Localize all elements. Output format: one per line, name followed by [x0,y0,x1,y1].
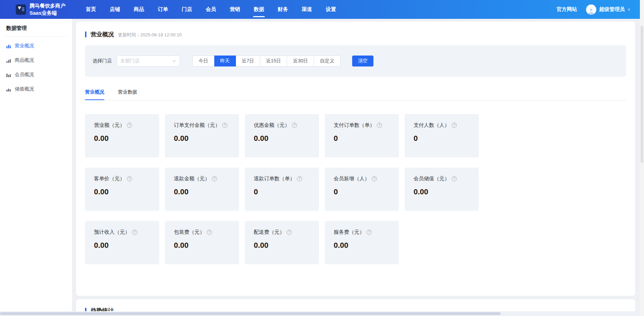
stat-value: 0 [254,187,310,196]
horizontal-scrollbar[interactable] [0,311,640,316]
stat-value: 0 [414,134,470,143]
nav-item-settings[interactable]: 设置 [319,0,343,19]
help-icon[interactable]: ? [367,230,372,235]
sidebar-item-stored-value-overview[interactable]: 储值概况 [0,82,72,96]
stat-cards: 营业额（元）? 0.00 订单支付金额（元）? 0.00 优惠金额（元）? 0.… [85,114,479,264]
nav-item-marketing[interactable]: 营销 [223,0,247,19]
filter-bar: 选择门店 全部门店 今日 昨天 近7日 近15日 近30日 自定义 清空 [85,45,626,77]
stat-card-delivery-fee: 配送费（元）? 0.00 [245,221,319,264]
bar-chart-icon [6,72,11,77]
sidebar-divider [4,36,68,37]
top-navbar: 腾马餐饮多商户Saas业务端 首页 店铺 商品 订单 门店 会员 营销 数据 财… [0,0,640,19]
stat-card-paying-users: 支付人数（人）? 0 [405,114,479,157]
bar-chart-icon [6,44,11,49]
brand-title: 腾马餐饮多商户Saas业务端 [29,2,73,16]
nav-item-home[interactable]: 首页 [79,0,103,19]
user-icon [587,7,595,15]
range-button-today[interactable]: 今日 [192,56,214,66]
section-accent-bar [85,32,86,37]
official-site-link[interactable]: 官方网站 [557,6,577,13]
user-name: 超级管理员 [599,6,625,13]
stat-value: 0.00 [94,241,150,250]
stat-value: 0.00 [254,241,310,250]
stat-card-paid-orders: 支付订单数（单）? 0 [325,114,399,157]
range-button-custom[interactable]: 自定义 [314,56,341,66]
help-icon[interactable]: ? [452,176,457,181]
stat-value: 0.00 [174,187,230,196]
range-button-30days[interactable]: 近30日 [287,56,314,66]
sidebar: 数据管理 营业概况 商品概况 会员概况 储值概况 [0,19,72,316]
overview-tabs: 营业概况 营业数据 [85,86,626,100]
help-icon[interactable]: ? [127,176,132,181]
help-icon[interactable]: ? [222,123,227,128]
nav-item-stores[interactable]: 门店 [175,0,199,19]
nav-item-channels[interactable]: 渠道 [295,0,319,19]
brand: 腾马餐饮多商户Saas业务端 [0,2,79,16]
range-button-7days[interactable]: 近7日 [236,56,260,66]
avatar [586,4,596,15]
help-icon[interactable]: ? [292,123,297,128]
app-logo [16,4,26,15]
help-icon[interactable]: ? [452,123,457,128]
stat-card-order-paid-amount: 订单支付金额（元）? 0.00 [165,114,239,157]
stat-value: 0.00 [94,134,150,143]
stat-card-expected-income: 预计收入（元）? 0.00 [85,221,159,264]
stat-card-new-members: 会员新增（人）? 0 [325,168,399,211]
main-nav: 首页 店铺 商品 订单 门店 会员 营销 数据 财务 渠道 设置 [79,0,343,19]
help-icon[interactable]: ? [127,123,132,128]
help-icon[interactable]: ? [212,176,217,181]
vertical-scrollbar-thumb[interactable] [641,26,643,163]
chevron-down-icon: ∨ [628,7,630,12]
help-icon[interactable]: ? [372,176,377,181]
help-icon[interactable]: ? [132,230,137,235]
user-menu[interactable]: 超级管理员 ∨ [586,4,630,15]
help-icon[interactable]: ? [207,230,212,235]
sidebar-title: 数据管理 [0,25,72,36]
stat-card-packaging-fee: 包装费（元）? 0.00 [165,221,239,264]
stat-value: 0.00 [254,134,310,143]
sidebar-item-goods-overview[interactable]: 商品概况 [0,53,72,68]
stat-value: 0 [334,187,390,196]
help-icon[interactable]: ? [377,123,382,128]
updated-time: 更新时间：2025-06-18 12:00:10 [118,32,182,38]
stat-value: 0.00 [414,187,470,196]
stat-value: 0.00 [174,134,230,143]
nav-item-finance[interactable]: 财务 [271,0,295,19]
section-title: 营业概况 [91,31,114,38]
nav-item-goods[interactable]: 商品 [127,0,151,19]
nav-item-members[interactable]: 会员 [199,0,223,19]
sidebar-item-member-overview[interactable]: 会员概况 [0,68,72,82]
navbar-right: 官方网站 超级管理员 ∨ [557,4,640,15]
range-button-yesterday[interactable]: 昨天 [214,56,236,66]
nav-item-shop[interactable]: 店铺 [103,0,127,19]
date-range-group: 今日 昨天 近7日 近15日 近30日 自定义 [192,56,341,66]
bar-chart-icon [6,87,11,92]
stat-card-discount-amount: 优惠金额（元）? 0.00 [245,114,319,157]
store-select[interactable]: 全部门店 [117,56,180,66]
clear-button[interactable]: 清空 [352,56,373,66]
stat-card-revenue: 营业额（元）? 0.00 [85,114,159,157]
stat-card-avg-order-value: 客单价（元）? 0.00 [85,168,159,211]
nav-item-data[interactable]: 数据 [247,0,271,19]
store-select-label: 选择门店 [93,58,112,64]
help-icon[interactable]: ? [287,230,292,235]
business-overview-panel: 营业概况 更新时间：2025-06-18 12:00:10 选择门店 全部门店 … [76,22,635,296]
tab-business-overview[interactable]: 营业概况 [85,86,104,100]
stat-value: 0.00 [94,187,150,196]
help-icon[interactable]: ? [297,176,302,181]
sidebar-item-business-overview[interactable]: 营业概况 [0,39,72,53]
stat-card-member-stored-value: 会员储值（元）? 0.00 [405,168,479,211]
range-button-15days[interactable]: 近15日 [260,56,287,66]
store-select-placeholder: 全部门店 [120,58,140,64]
stat-value: 0.00 [174,241,230,250]
horizontal-scrollbar-thumb[interactable] [0,312,501,315]
stat-card-refund-amount: 退款金额（元）? 0.00 [165,168,239,211]
tab-business-data[interactable]: 营业数据 [118,86,137,100]
stat-value: 0 [334,134,390,143]
stat-card-refund-orders: 退款订单数（单）? 0 [245,168,319,211]
stat-card-service-fee: 服务费（元）? 0.00 [325,221,399,264]
chevron-down-icon [172,59,176,63]
bar-chart-icon [6,58,11,63]
vertical-scrollbar[interactable] [640,0,644,316]
nav-item-orders[interactable]: 订单 [151,0,175,19]
